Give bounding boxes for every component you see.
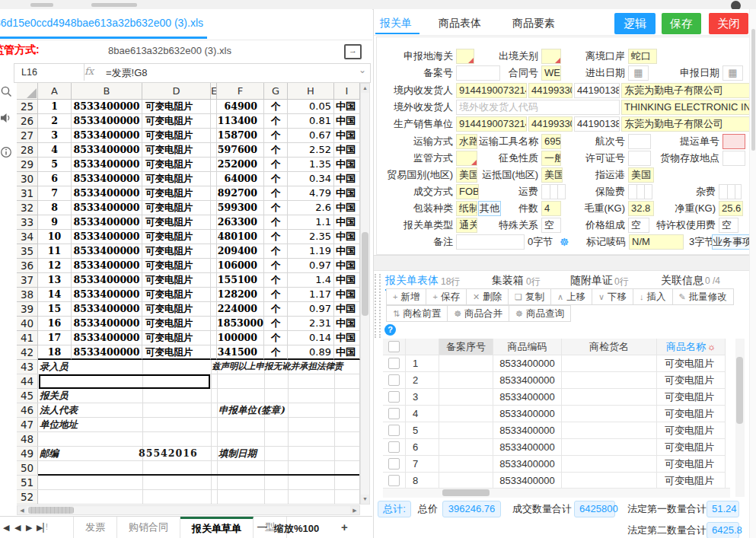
cell[interactable] [211,143,217,158]
cell[interactable]: 中国 [334,201,360,215]
cell[interactable]: 1.19 [288,244,334,259]
row-header[interactable]: 31 [17,186,38,201]
cell[interactable]: 599300 [217,201,264,215]
domestic-name-field[interactable]: 东莞为勤电子有限公司 [621,83,753,98]
cell[interactable] [211,288,217,302]
tab-declaration-body[interactable]: 报关单表体 [385,274,439,288]
row-header[interactable]: 34 [17,230,38,244]
table-cell[interactable] [439,422,493,439]
cell[interactable]: 14 [38,288,72,302]
cell[interactable]: 个 [264,201,288,215]
scrollbar-thumb[interactable] [751,29,755,151]
zoom-in-button[interactable]: + [341,520,348,533]
cell[interactable]: 480100 [217,230,264,244]
cell[interactable]: 1.4 [288,273,334,288]
row-checkbox-cell[interactable] [383,422,406,439]
row-header[interactable]: 48 [17,432,38,446]
gear-icon[interactable]: ☸ [560,234,569,250]
cell[interactable]: 0.89 [288,345,334,360]
net-weight-field[interactable]: 25.6 [719,201,743,216]
cell[interactable]: 155100 [217,273,264,288]
add-row-button[interactable]: +新增 [386,288,426,305]
cell[interactable]: 可变电阻片 [142,215,211,230]
hint-icon[interactable]: ☼ [707,342,716,352]
cell[interactable]: 中国 [334,172,360,186]
cell[interactable]: 8533400000 [72,215,142,230]
tab-attached-docs[interactable]: 随附单证 [570,274,613,288]
cell[interactable] [211,259,217,273]
table-row[interactable]: 88533400000可变电阻片 [383,473,735,489]
cell[interactable]: 个 [264,114,288,129]
cell[interactable]: 8533400000 [72,331,142,345]
cell[interactable]: 8533400000 [72,186,142,201]
column-header[interactable]: G [264,83,288,100]
cell[interactable]: 0.81 [288,114,334,129]
copy-row-button[interactable]: ❏复制 [508,288,551,305]
cell[interactable] [211,129,217,143]
cell[interactable]: 8533400000 [72,158,142,172]
table-vertical-scrollbar[interactable] [735,339,745,497]
cell[interactable] [211,215,217,230]
row-header[interactable]: 32 [17,201,38,215]
table-header-cell[interactable]: 备案序号 [439,339,493,355]
cell[interactable]: 个 [264,143,288,158]
cell[interactable]: 可变电阻片 [142,302,211,317]
table-cell[interactable]: 8533400000 [493,405,562,422]
table-row[interactable]: 78533400000可变电阻片 [383,456,735,473]
row-checkbox-cell[interactable] [383,438,406,456]
table-cell[interactable]: 可变电阻片 [656,455,726,473]
table-cell[interactable]: 可变电阻片 [656,422,726,439]
row-checkbox[interactable] [388,374,400,386]
row-header[interactable]: 41 [17,331,38,345]
row-checkbox[interactable] [388,458,400,470]
dest-port-field[interactable]: 美国 [628,167,654,183]
column-header[interactable] [17,83,38,100]
cell[interactable]: 8533400000 [72,143,142,158]
cell[interactable]: 可变电阻片 [142,158,211,172]
delete-row-button[interactable]: ✕删除 [466,288,509,305]
row-header[interactable]: 30 [17,172,38,186]
row-checkbox-cell[interactable] [383,388,406,406]
scrollbar-thumb[interactable] [28,507,74,514]
row-header[interactable]: 25 [17,100,38,114]
row-header[interactable]: 36 [17,259,38,273]
cell[interactable]: 3 [38,129,72,143]
cell[interactable]: 可变电阻片 [142,172,211,186]
info-icon[interactable] [0,146,12,161]
table-header-cell[interactable]: 商品名称☼ [656,339,726,355]
table-row[interactable]: 18533400000可变电阻片 [383,355,735,372]
table-header-cell[interactable]: 商品编码 [493,339,562,355]
row-header[interactable]: 26 [17,114,38,129]
table-cell[interactable] [561,422,657,439]
cell[interactable] [211,302,217,317]
table-cell[interactable] [561,371,657,389]
cell[interactable]: 个 [264,288,288,302]
cell[interactable]: 1 [38,100,72,114]
overseas-code-field[interactable]: 境外收发货人代码 [456,100,620,115]
cell[interactable]: 158700 [217,129,264,143]
cell[interactable]: 个 [264,172,288,186]
table-cell[interactable]: 8533400000 [493,388,562,406]
table-cell[interactable] [561,455,657,473]
table-cell[interactable] [439,455,493,473]
cell[interactable]: 4 [38,143,72,158]
tab-containers[interactable]: 集装箱 [492,274,524,288]
cell[interactable]: 中国 [334,143,360,158]
cell[interactable]: 1.1 [288,215,334,230]
cell[interactable]: 可变电阻片 [142,244,211,259]
cell[interactable]: 8533400000 [72,288,142,302]
producer-code3-field[interactable]: 441901388 [574,116,620,132]
cell[interactable]: 341500 [217,345,264,360]
cell[interactable]: 中国 [334,259,360,273]
row-header[interactable]: 50 [17,461,38,475]
mark-field[interactable]: N/M [629,234,684,250]
table-cell[interactable]: 8533400000 [493,422,562,439]
cell[interactable]: 个 [264,331,288,345]
cell[interactable]: 中国 [334,186,360,201]
cell[interactable]: 106000 [217,259,264,273]
cell[interactable]: 2.6 [288,201,334,215]
cell[interactable] [211,186,217,201]
business-items-button[interactable]: 业务事项 [712,234,753,250]
table-cell[interactable]: 8533400000 [493,355,562,372]
cell[interactable]: 个 [264,302,288,317]
